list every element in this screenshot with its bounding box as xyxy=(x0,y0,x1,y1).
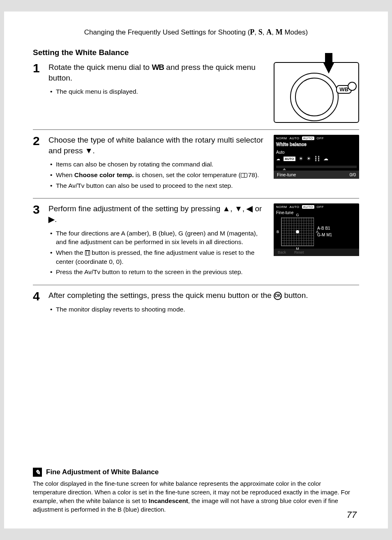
fine-tune-grid: G M B A xyxy=(281,217,314,246)
book-icon xyxy=(241,173,247,178)
axis-b: B xyxy=(277,230,279,234)
pencil-icon: ✎ xyxy=(33,468,42,477)
trash-icon xyxy=(85,250,90,256)
mode-m: M xyxy=(276,28,283,36)
step-1-bullets: The quick menu is displayed. xyxy=(48,87,266,96)
mode-p: P xyxy=(250,28,254,36)
lcd-top-row: NORM AUTO AUTO OFF xyxy=(276,136,357,140)
lcd-fine-tune: NORM AUTO AUTO OFF Fine-tune G M B A xyxy=(274,203,359,256)
step-2-instruction: Choose the type of white balance with th… xyxy=(48,135,266,156)
bullet: The quick menu is displayed. xyxy=(50,87,266,96)
triangle-down-icon: ▼ xyxy=(85,146,93,155)
step-4-bullets: The monitor display reverts to shooting … xyxy=(48,305,359,314)
step-number: 1 xyxy=(33,62,42,74)
bullet: Press the Av/Tv button to return to the … xyxy=(50,268,266,277)
step-1-instruction: Rotate the quick menu dial to WB and pre… xyxy=(48,62,266,83)
step-2-bullets: Items can also be chosen by rotating the… xyxy=(48,160,266,190)
step-1: 1 Rotate the quick menu dial to WB and p… xyxy=(33,62,359,130)
mode-a: A xyxy=(266,28,272,36)
cloud-icon: ☁ xyxy=(276,157,280,161)
page-number: 77 xyxy=(347,510,357,520)
lcd-ft-title: Fine-tune xyxy=(276,210,357,215)
step-3: 3 Perform fine adjustment of the setting… xyxy=(33,203,359,285)
mode-s: S xyxy=(258,28,263,36)
step-number: 2 xyxy=(33,135,42,147)
note-box: ✎ Fine Adjustment of White Balance The c… xyxy=(33,468,355,514)
step-number: 4 xyxy=(33,290,42,302)
arrow-down-icon xyxy=(323,62,334,74)
dial-illustration: WB xyxy=(274,62,359,123)
header-prefix: Changing the Frequently Used Settings fo… xyxy=(84,28,250,36)
ok-icon: OK xyxy=(274,292,282,300)
lcd-slider xyxy=(276,166,357,168)
header-suffix: Modes) xyxy=(283,28,308,36)
triangle-left-icon: ◀ xyxy=(247,204,253,213)
step-2: 2 Choose the type of white balance with … xyxy=(33,135,359,198)
bullet: When the button is pressed, the fine adj… xyxy=(50,248,266,266)
bullet: When Choose color temp. is chosen, set t… xyxy=(50,171,266,180)
dial-icon xyxy=(290,73,339,121)
note-body: The color displayed in the fine-tune scr… xyxy=(33,479,355,514)
fine-tune-values: A-B B1 G-M M1 xyxy=(317,225,332,238)
fluorescent-icon: ┇┇ xyxy=(314,156,320,162)
section-heading: Setting the White Balance xyxy=(33,48,359,57)
lcd-ft-footer: Back Reset xyxy=(274,249,359,256)
step-number: 3 xyxy=(33,203,42,216)
step-4: 4 After completing the settings, press t… xyxy=(33,290,359,322)
triangle-up-icon: ▲ xyxy=(223,204,231,213)
page-header: Changing the Frequently Used Settings fo… xyxy=(33,28,359,37)
manual-page: Changing the Frequently Used Settings fo… xyxy=(4,12,388,528)
step-3-instruction: Perform fine adjustment of the setting b… xyxy=(48,203,266,224)
dial-button-icon xyxy=(348,82,357,91)
lcd-icon-row: ☁ AUTO ☀ ☀ ┇┇ ☁ xyxy=(276,156,357,162)
axis-a: A xyxy=(316,230,318,234)
sun-icon: ☀ xyxy=(307,156,311,162)
lcd-top-row: NORM AUTO AUTO OFF xyxy=(276,205,357,209)
bullet: Items can also be chosen by rotating the… xyxy=(50,160,266,169)
cloud-icon: ☁ xyxy=(323,156,328,162)
triangle-down-icon: ▼ xyxy=(235,204,242,213)
lcd-footer: Fine-tune 0/0 xyxy=(274,171,359,179)
note-heading: ✎ Fine Adjustment of White Balance xyxy=(33,468,355,477)
bullet: The four directions are A (amber), B (bl… xyxy=(50,229,266,247)
sun-icon: ☀ xyxy=(299,156,303,162)
bullet: The monitor display reverts to shooting … xyxy=(50,305,359,314)
axis-g: G xyxy=(296,213,299,217)
lcd-auto-label: Auto xyxy=(276,150,357,155)
lcd-title: White balance xyxy=(276,142,357,147)
axis-m: M xyxy=(296,247,299,251)
triangle-right-icon: ▶ xyxy=(48,215,55,224)
step-4-instruction: After completing the settings, press the… xyxy=(48,290,359,301)
step-3-bullets: The four directions are A (amber), B (bl… xyxy=(48,229,266,277)
auto-selected: AUTO xyxy=(284,157,295,161)
bullet: The Av/Tv button can also be used to pro… xyxy=(50,181,266,190)
wb-glyph: WB xyxy=(152,63,164,72)
lcd-white-balance: NORM AUTO AUTO OFF White balance Auto ☁ … xyxy=(274,135,359,179)
